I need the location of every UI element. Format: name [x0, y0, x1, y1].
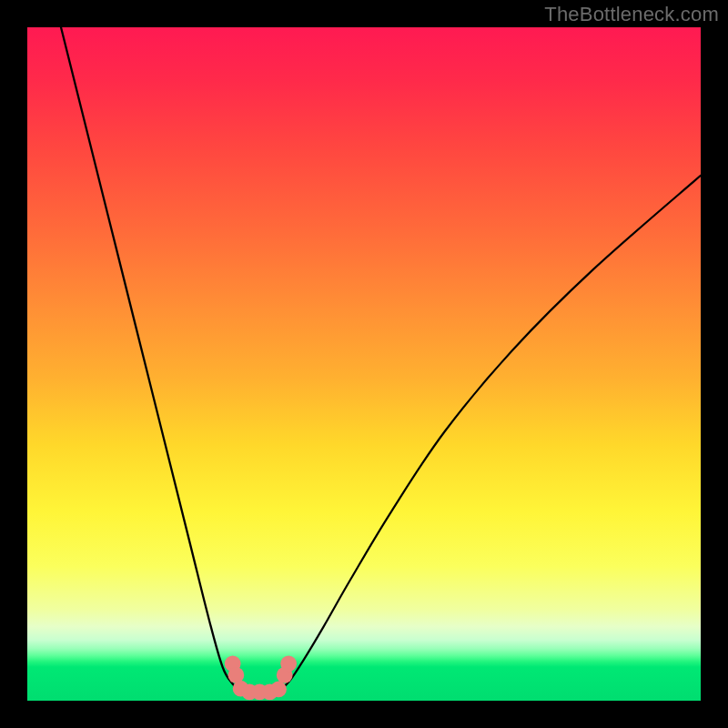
valley-dot [270, 682, 287, 698]
watermark-text: TheBottleneck.com [544, 3, 719, 26]
chart-svg [27, 27, 701, 701]
left-curve [61, 27, 239, 691]
valley-markers [225, 655, 297, 700]
chart-frame [27, 27, 701, 701]
right-curve [280, 176, 702, 691]
valley-dot [280, 655, 297, 672]
